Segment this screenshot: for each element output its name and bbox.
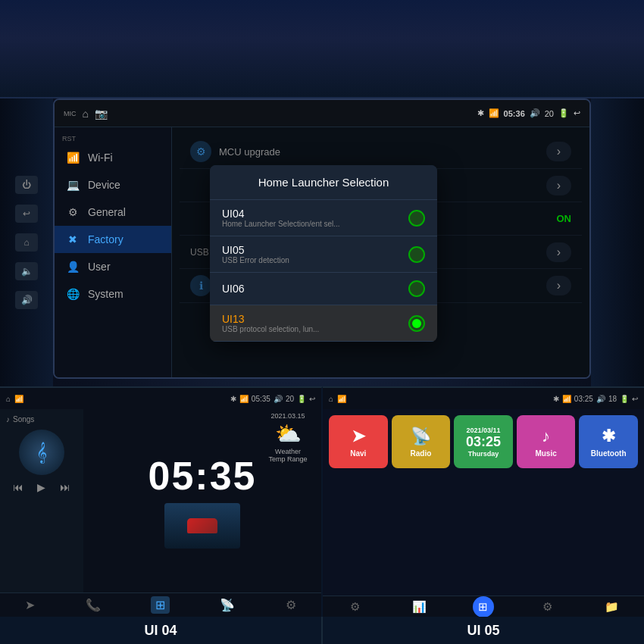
ui06-option-label: UI06: [222, 283, 245, 295]
nav-signal-btn[interactable]: 📡: [220, 598, 235, 612]
sidebar-item-system[interactable]: 🌐 System: [55, 280, 171, 308]
screenshot-icon: 📷: [95, 108, 108, 120]
back-btn[interactable]: ↩: [15, 205, 38, 223]
ui04-home-icon: ⌂: [6, 395, 11, 403]
ui04-time-display: 05:35: [252, 395, 270, 403]
ui04-option-label: UI04: [222, 208, 340, 220]
ui05-content: ➤ Navi 📡 Radio 2021/03/11 03:25 Thursday: [323, 409, 644, 596]
dock-folder-btn[interactable]: 📁: [602, 596, 623, 617]
ui05-radio[interactable]: [408, 246, 425, 263]
ui04-date: 2021.03.15: [258, 412, 318, 420]
play-icon[interactable]: ▶: [37, 481, 45, 493]
back-arrow-icon[interactable]: ↩: [574, 108, 580, 118]
songs-label: Songs: [13, 415, 34, 424]
radio-icon: 📡: [411, 427, 431, 446]
dialog-option-ui06[interactable]: UI06: [210, 273, 437, 305]
volume-icon: 🔊: [530, 108, 540, 118]
dialog-option-ui05[interactable]: UI05 USB Error detection: [210, 236, 437, 273]
dock-settings-btn[interactable]: ⚙: [537, 596, 558, 617]
tile-time: 03:25: [466, 434, 501, 450]
sidebar-item-user[interactable]: 👤 User: [55, 253, 171, 280]
weather-label: Weather: [258, 448, 318, 455]
dialog-option-ui13[interactable]: UI13 USB protocol selection, lun...: [210, 305, 437, 342]
ui05-panel: ⌂ 📶 ✱ 📶 03:25 🔊 18 🔋 ↩ ➤ Navi: [323, 386, 644, 617]
radio-label: Radio: [411, 449, 432, 458]
bottom-panels: ⌂ 📶 ✱ 📶 05:35 🔊 20 🔋 ↩ ♪ Songs: [0, 386, 644, 617]
ui04-battery: 20: [286, 395, 294, 403]
ui04-radio[interactable]: [408, 210, 425, 227]
vol-down-btn[interactable]: 🔈: [15, 262, 38, 280]
songs-row: ♪ Songs: [6, 415, 77, 424]
dock-chart-btn[interactable]: 📊: [408, 596, 430, 617]
ui04-back-icon[interactable]: ↩: [309, 395, 315, 403]
ui04-panel: ⌂ 📶 ✱ 📶 05:35 🔊 20 🔋 ↩ ♪ Songs: [0, 386, 323, 617]
ui05-option-label-group: UI05 USB Error detection: [222, 244, 289, 264]
ui04-content: ♪ Songs 𝄞 ⏮ ▶ ⏭ 05:35: [0, 409, 321, 592]
dash-left: ⏻ ↩ ⌂ 🔈 🔊: [0, 98, 53, 386]
ui06-option-label-group: UI06: [222, 283, 245, 295]
weather-icon: ⛅: [258, 421, 318, 446]
prev-track-icon[interactable]: ⏮: [13, 481, 23, 493]
sidebar: RST 📶 Wi-Fi 💻 Device ⚙ General ✖ Factory…: [55, 127, 172, 377]
ui04-weather: 2021.03.15 ⛅ Weather Temp Range: [258, 412, 318, 463]
sidebar-device-label: Device: [88, 179, 120, 191]
tile-date: 2021/03/11: [466, 427, 501, 434]
ui04-option-label-group: UI04 Home Launcher Selection/ent sel...: [222, 208, 340, 228]
ui05-home-icon: ⌂: [329, 395, 333, 403]
ui04-header: ⌂ 📶 ✱ 📶 05:35 🔊 20 🔋 ↩: [0, 388, 321, 409]
sidebar-general-label: General: [88, 206, 126, 218]
navi-tile[interactable]: ➤ Navi: [329, 415, 388, 468]
bluetooth-icon: ✱: [477, 108, 484, 118]
system-nav-icon: 🌐: [65, 288, 80, 300]
car-icon: [187, 518, 217, 533]
sidebar-item-wifi[interactable]: 📶 Wi-Fi: [55, 144, 171, 171]
music-tile[interactable]: ♪ Music: [517, 415, 576, 468]
sidebar-item-device[interactable]: 💻 Device: [55, 171, 171, 199]
screen-body: RST 📶 Wi-Fi 💻 Device ⚙ General ✖ Factory…: [55, 127, 589, 377]
ui04-wifi-icon: 📶: [14, 395, 23, 403]
ui05-option-sub: USB Error detection: [222, 256, 289, 264]
ui05-label: UI 05: [323, 617, 644, 644]
nav-grid-btn[interactable]: ⊞: [151, 596, 170, 614]
sidebar-item-general[interactable]: ⚙ General: [55, 199, 171, 226]
wifi-nav-icon: 📶: [65, 152, 80, 164]
ui05-wifi-icon: 📶: [337, 395, 346, 403]
power-btn[interactable]: ⏻: [15, 176, 38, 194]
ui05-header-right: ✱ 📶 03:25 🔊 18 🔋 ↩: [553, 395, 638, 403]
home-btn[interactable]: ⌂: [15, 233, 38, 252]
factory-nav-icon: ✖: [65, 233, 80, 245]
ui04-big-time: 05:35: [148, 453, 257, 499]
home-icon: ⌂: [83, 108, 89, 120]
music-note-icon: ♪: [6, 415, 10, 424]
ui04-battery-icon: 🔋: [297, 395, 306, 403]
nav-arrow-btn[interactable]: ➤: [25, 598, 35, 612]
tile-day: Thursday: [466, 450, 501, 458]
wifi-icon: 📶: [489, 108, 499, 118]
ui05-back-icon[interactable]: ↩: [632, 395, 638, 403]
sidebar-item-factory[interactable]: ✖ Factory: [55, 226, 171, 253]
ui13-radio[interactable]: [408, 315, 425, 332]
music-controls[interactable]: ⏮ ▶ ⏭: [6, 481, 77, 493]
nav-settings-btn[interactable]: ⚙: [286, 598, 296, 612]
next-track-icon[interactable]: ⏭: [60, 481, 70, 493]
vol-up-btn[interactable]: 🔊: [15, 291, 38, 309]
ui05-header-icons: ⌂ 📶: [329, 395, 346, 403]
sidebar-system-label: System: [88, 288, 123, 300]
time-tile[interactable]: 2021/03/11 03:25 Thursday: [454, 415, 513, 468]
treble-clef-icon: 𝄞: [36, 442, 47, 463]
ui05-vol-icon: 🔊: [596, 395, 605, 403]
ui04-option-sub: Home Launcher Selection/ent sel...: [222, 220, 340, 228]
ui05-bt-icon: ✱: [553, 395, 559, 403]
ui04-header-right: ✱ 📶 05:35 🔊 20 🔋 ↩: [230, 395, 315, 403]
music-label: Music: [535, 449, 556, 458]
dock-gear-btn[interactable]: ⚙: [344, 596, 365, 617]
dock-grid-btn[interactable]: ⊞: [473, 596, 494, 617]
home-launcher-dialog: Home Launcher Selection UI04 Home Launch…: [210, 165, 437, 342]
car-visualization: [164, 503, 240, 549]
ui06-radio[interactable]: [408, 280, 425, 297]
main-content: ⚙ MCU upgrade › › ON USB protocol select…: [172, 127, 589, 377]
nav-phone-btn[interactable]: 📞: [86, 598, 101, 612]
radio-tile[interactable]: 📡 Radio: [392, 415, 451, 468]
bluetooth-tile[interactable]: ✱ Bluetooth: [579, 415, 638, 468]
dialog-option-ui04[interactable]: UI04 Home Launcher Selection/ent sel...: [210, 200, 437, 236]
